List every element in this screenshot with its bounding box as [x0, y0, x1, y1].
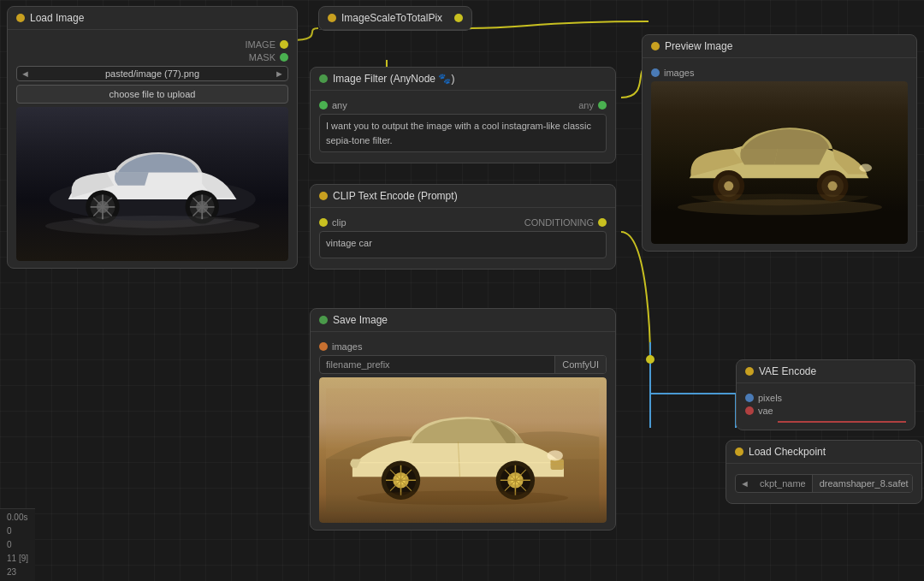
vae-encode-node: VAE Encode pixels vae	[736, 359, 915, 430]
preview-image-dot	[651, 42, 660, 50]
load-image-output-image: IMAGE	[16, 39, 288, 50]
load-checkpoint-dot	[735, 448, 743, 456]
image-scale-out[interactable]	[454, 14, 463, 22]
preview-car-svg	[658, 93, 902, 232]
image-scale-node: ImageScaleToTotalPix	[318, 6, 472, 31]
svg-point-36	[548, 450, 564, 460]
any-out-connector[interactable]	[598, 101, 607, 110]
save-image-header: Save Image	[311, 309, 615, 332]
any-out-label: any	[578, 100, 594, 110]
vae-encode-header: VAE Encode	[737, 360, 915, 383]
conditioning-label: CONDITIONING	[524, 217, 594, 228]
filename-prefix-label: filename_prefix	[320, 356, 554, 373]
save-images-connector[interactable]	[319, 342, 328, 351]
svg-point-53	[357, 490, 568, 504]
preview-image-node: Preview Image images	[642, 34, 917, 252]
svg-point-4	[646, 355, 654, 364]
load-image-title: Load Image	[30, 12, 84, 24]
ckpt-prev-arrow[interactable]: ◄	[736, 475, 754, 492]
preview-images-label: images	[664, 68, 694, 78]
prompt-text[interactable]: vintage car	[319, 231, 607, 258]
image-scale-dot	[328, 14, 336, 22]
image-filter-port-row: any any	[319, 100, 607, 110]
vae-encode-title: VAE Encode	[759, 365, 816, 377]
choose-file-widget[interactable]: choose file to upload	[16, 85, 288, 104]
any-in-label: any	[332, 100, 347, 110]
image-filter-dot	[319, 74, 328, 83]
clip-text-header: CLIP Text Encode (Prompt)	[311, 185, 615, 208]
status-time: 0.00s	[7, 511, 28, 525]
load-image-output-mask: MASK	[16, 52, 288, 62]
filename-prefix-widget[interactable]: filename_prefix ComfyUI	[319, 355, 607, 374]
load-checkpoint-node: Load Checkpoint ◄ ckpt_name dreamshaper_…	[726, 440, 922, 504]
preview-image-header: Preview Image	[643, 35, 916, 58]
status-val4: 23	[7, 566, 28, 579]
svg-point-29	[859, 164, 872, 172]
filter-text[interactable]: I want you to output the image with a co…	[319, 114, 607, 152]
car-modern-bg	[16, 107, 288, 261]
vae-encode-dot	[745, 367, 754, 376]
vae-port: vae	[745, 406, 906, 416]
preview-image-canvas	[651, 81, 908, 244]
load-image-node: Load Image IMAGE MASK ◄ pasted/image (77…	[7, 6, 298, 269]
clip-text-node: CLIP Text Encode (Prompt) clip CONDITION…	[310, 184, 616, 270]
prev-arrow[interactable]: ◄	[21, 68, 30, 79]
svg-point-28	[827, 181, 837, 191]
status-val3: 11 [9]	[7, 552, 28, 566]
clip-port-row: clip CONDITIONING	[319, 217, 607, 228]
vae-error-line	[778, 421, 906, 423]
vae-label: vae	[758, 406, 773, 416]
ckpt-name-row: ◄ ckpt_name dreamshaper_8.safet	[735, 474, 913, 493]
load-image-body: IMAGE MASK ◄ pasted/image (77).png ► cho…	[8, 30, 297, 268]
clip-in-label: clip	[332, 217, 346, 228]
status-val2: 0	[7, 538, 28, 552]
clip-text-dot	[319, 192, 328, 200]
load-checkpoint-title: Load Checkpoint	[749, 446, 826, 458]
any-in-connector[interactable]	[319, 101, 328, 110]
choose-file-button[interactable]: choose file to upload	[16, 85, 288, 104]
image-filter-header: Image Filter (AnyNode 🐾)	[311, 68, 615, 91]
filename-prefix-value: ComfyUI	[554, 356, 606, 373]
filename-value: pasted/image (77).png	[30, 68, 275, 79]
next-arrow[interactable]: ►	[275, 68, 284, 79]
vae-connector[interactable]	[745, 406, 754, 415]
status-bar: 0.00s 0 0 11 [9] 23	[0, 508, 35, 581]
preview-image-title: Preview Image	[665, 40, 732, 52]
load-image-preview	[16, 107, 288, 261]
image-scale-title: ImageScaleToTotalPix	[341, 12, 442, 24]
ckpt-name-key: ckpt_name	[754, 475, 812, 492]
svg-point-25	[724, 181, 733, 191]
clip-text-title: CLIP Text Encode (Prompt)	[333, 190, 458, 202]
filename-widget[interactable]: ◄ pasted/image (77).png ►	[16, 66, 288, 81]
vae-encode-body: pixels vae	[737, 383, 915, 430]
preview-images-port: images	[651, 68, 908, 78]
image-filter-title: Image Filter (AnyNode 🐾)	[333, 73, 454, 85]
clip-text-body: clip CONDITIONING vintage car	[311, 208, 615, 269]
save-images-label: images	[332, 341, 362, 352]
pixels-port: pixels	[745, 393, 906, 403]
load-image-status-dot	[16, 14, 25, 22]
load-image-header: Load Image	[8, 7, 297, 30]
load-checkpoint-header: Load Checkpoint	[726, 441, 921, 464]
mask-out-connector[interactable]	[280, 53, 288, 62]
output-mask-label: MASK	[249, 52, 275, 62]
filter-text-widget: I want you to output the image with a co…	[319, 114, 607, 152]
prompt-widget: vintage car	[319, 231, 607, 258]
preview-image-body: images	[643, 58, 916, 251]
image-filter-node: Image Filter (AnyNode 🐾) any any I want …	[310, 67, 616, 163]
load-checkpoint-body: ◄ ckpt_name dreamshaper_8.safet	[726, 464, 921, 503]
conditioning-out-connector[interactable]	[598, 218, 607, 227]
save-images-port: images	[319, 341, 607, 352]
save-image-dot	[319, 316, 328, 324]
vintage-car-svg	[326, 388, 599, 513]
save-image-title: Save Image	[333, 314, 388, 326]
save-image-body: images filename_prefix ComfyUI	[311, 332, 615, 530]
preview-images-connector[interactable]	[651, 68, 660, 77]
ckpt-name-widget[interactable]: ◄ ckpt_name dreamshaper_8.safet	[735, 474, 913, 493]
pixels-label: pixels	[758, 393, 782, 403]
clip-in-connector[interactable]	[319, 218, 328, 227]
image-out-connector[interactable]	[280, 40, 288, 49]
filename-prefix-row: filename_prefix ComfyUI	[319, 355, 607, 374]
car-modern-svg	[30, 122, 275, 246]
pixels-connector[interactable]	[745, 394, 754, 402]
